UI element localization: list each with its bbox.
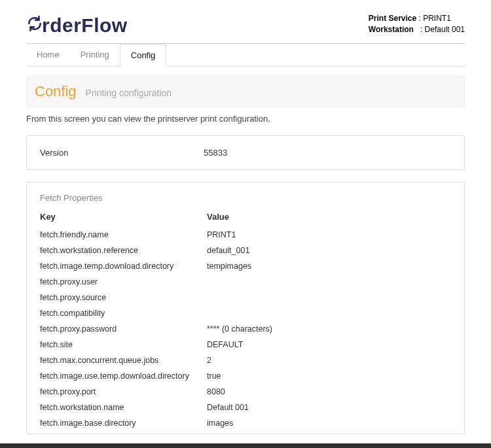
header-info: Print Service : PRINT1 Workstation : Def… — [369, 13, 465, 35]
property-value: true — [207, 371, 221, 381]
table-row: fetch.image.base.directoryimages — [40, 415, 451, 431]
workstation-value: Default 001 — [425, 25, 465, 34]
property-key: fetch.workstation.name — [40, 403, 207, 412]
footer: Copyright (©) 2023 OrderFlow — [0, 443, 491, 448]
property-key: fetch.image.base.directory — [40, 419, 207, 428]
table-row: fetch.proxy.port8080 — [40, 384, 451, 400]
property-value: Default 001 — [207, 403, 249, 412]
property-value: DEFAULT — [207, 340, 243, 349]
version-box: Version 55833 — [26, 135, 465, 170]
property-value: PRINT1 — [207, 230, 236, 239]
page-subtitle: Printing configuration — [86, 88, 172, 98]
table-row: fetch.proxy.source — [40, 290, 451, 305]
property-value: 8080 — [207, 387, 225, 396]
logo-text: rderFlow — [42, 14, 128, 36]
property-key: fetch.compatibility — [40, 309, 207, 318]
property-key: fetch.proxy.user — [40, 277, 207, 286]
print-service-label: Print Service — [369, 13, 416, 24]
page-title-bar: Config Printing configuration — [26, 76, 465, 107]
table-row: fetch.image.use.temp.download.directoryt… — [40, 368, 451, 384]
property-value: default_001 — [207, 246, 249, 255]
property-value: **** (0 characters) — [207, 324, 272, 334]
table-row: fetch.friendly.namePRINT1 — [40, 227, 451, 243]
property-key: fetch.image.use.temp.download.directory — [40, 371, 207, 381]
property-key: fetch.max.concurrent.queue.jobs — [40, 356, 207, 365]
property-value: tempimages — [207, 262, 251, 271]
tab-printing[interactable]: Printing — [70, 44, 120, 66]
tab-home[interactable]: Home — [26, 44, 70, 66]
property-key: fetch.friendly.name — [40, 230, 207, 239]
property-key: fetch.proxy.port — [40, 387, 207, 396]
table-row: fetch.proxy.user — [40, 274, 451, 290]
fetch-properties-panel: Fetch Properties Key Value fetch.friendl… — [26, 182, 465, 434]
key-header: Key — [40, 212, 207, 222]
logo: rderFlow — [26, 13, 128, 37]
print-service-value: PRINT1 — [423, 14, 451, 23]
table-row: fetch.compatibility — [40, 305, 451, 321]
fetch-section-title: Fetch Properties — [40, 193, 451, 203]
property-key: fetch.proxy.source — [40, 293, 207, 302]
value-header: Value — [207, 212, 229, 222]
intro-text: From this screen you can view the prints… — [26, 114, 465, 124]
property-value: 2 — [207, 356, 211, 365]
version-value: 55833 — [204, 148, 227, 158]
tabs: Home Printing Config — [26, 44, 465, 67]
property-value: images — [207, 419, 233, 428]
table-row: fetch.max.concurrent.queue.jobs2 — [40, 353, 451, 368]
table-row: fetch.image.temp.download.directorytempi… — [40, 258, 451, 274]
table-row: fetch.workstation.referencedefault_001 — [40, 243, 451, 258]
property-key: fetch.workstation.reference — [40, 246, 207, 255]
property-key: fetch.site — [40, 340, 207, 349]
page-title: Config — [35, 83, 77, 100]
tab-config[interactable]: Config — [120, 44, 167, 67]
table-row: fetch.siteDEFAULT — [40, 337, 451, 353]
table-row: fetch.proxy.password**** (0 characters) — [40, 321, 451, 337]
workstation-label: Workstation — [369, 24, 414, 35]
refresh-icon — [26, 14, 43, 37]
version-label: Version — [40, 148, 204, 158]
property-key: fetch.image.temp.download.directory — [40, 262, 207, 271]
table-row: fetch.workstation.nameDefault 001 — [40, 400, 451, 415]
property-key: fetch.proxy.password — [40, 324, 207, 334]
